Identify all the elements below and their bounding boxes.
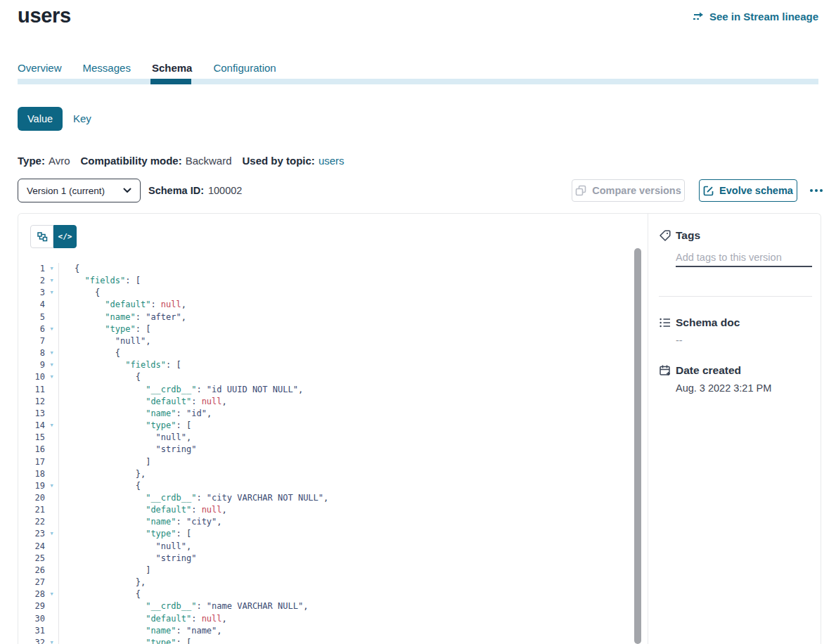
compare-versions-icon [575, 185, 586, 196]
line-number: 1 [18, 263, 45, 275]
compatibility-value: Backward [186, 155, 232, 167]
line-number: 30 [18, 613, 45, 625]
date-created-value: Aug. 3 2022 3:21 PM [676, 382, 771, 394]
type-value: Avro [49, 155, 70, 167]
line-number: 14 [18, 420, 45, 432]
schema-meta-row: Type: Avro Compatibility mode: Backward … [18, 155, 345, 167]
code-text: "default": null, [58, 299, 186, 311]
code-line: 23▼ "type": [ [18, 528, 647, 540]
code-line: 24 "null", [18, 541, 647, 553]
code-text: "string" [58, 444, 196, 456]
fold-toggle-icon[interactable]: ▼ [45, 359, 58, 371]
fold-toggle-icon[interactable]: ▼ [45, 528, 58, 540]
line-number: 31 [18, 625, 45, 637]
fold-toggle-icon[interactable]: ▼ [45, 480, 58, 492]
tab-overview[interactable]: Overview [18, 62, 62, 74]
evolve-schema-button[interactable]: Evolve schema [699, 179, 797, 202]
line-number: 4 [18, 299, 45, 311]
fold-toggle-icon[interactable]: ▼ [45, 287, 58, 299]
schema-doc-heading: Schema doc [676, 316, 740, 329]
compare-versions-button[interactable]: Compare versions [572, 179, 685, 202]
stream-lineage-icon [693, 11, 705, 22]
code-text: "null", [58, 432, 191, 444]
date-created-heading: Date created [676, 364, 741, 377]
line-number: 2 [18, 275, 45, 287]
code-text: { [58, 588, 141, 600]
code-text: "name": "id", [58, 408, 212, 420]
code-view-button[interactable]: </> [53, 225, 77, 248]
tags-heading: Tags [676, 229, 700, 242]
code-text: "type": [ [58, 637, 191, 644]
line-number: 12 [18, 396, 45, 408]
schema-id-label: Schema ID: [148, 185, 204, 196]
ellipsis-icon [810, 189, 813, 192]
fold-toggle-icon[interactable]: ▼ [45, 323, 58, 335]
code-text: "null", [58, 541, 191, 553]
schema-page: users See in Stream lineage Overview Mes… [0, 0, 836, 644]
key-toggle-button[interactable]: Key [73, 112, 91, 124]
tab-configuration[interactable]: Configuration [213, 62, 276, 74]
tab-bar: Overview Messages Schema Configuration [18, 62, 276, 74]
line-number: 21 [18, 504, 45, 516]
line-number: 17 [18, 456, 45, 468]
fold-toggle-icon[interactable]: ▼ [45, 637, 58, 644]
line-number: 19 [18, 480, 45, 492]
code-text: ] [58, 565, 150, 577]
fold-toggle-icon[interactable]: ▼ [45, 275, 58, 287]
line-number: 24 [18, 541, 45, 553]
code-text: }, [58, 468, 146, 480]
code-line: 26 ] [18, 565, 647, 577]
schema-doc-value: -- [676, 335, 683, 346]
line-number: 5 [18, 311, 45, 323]
code-text: ] [58, 456, 150, 468]
code-line: 3▼ { [18, 287, 647, 299]
fold-toggle-icon[interactable]: ▼ [45, 371, 58, 383]
code-scrollbar[interactable] [634, 248, 641, 644]
tree-view-button[interactable] [30, 225, 53, 248]
line-number: 9 [18, 359, 45, 371]
page-title: users [18, 4, 71, 27]
code-text: "null", [58, 335, 150, 347]
active-tab-indicator [150, 79, 191, 84]
code-text: }, [58, 577, 146, 588]
code-line: 13 "name": "id", [18, 408, 647, 420]
code-line: 15 "null", [18, 432, 647, 444]
code-text: "fields": [ [58, 275, 141, 287]
code-line: 8▼ { [18, 347, 647, 359]
code-text: "type": [ [58, 323, 150, 335]
tab-messages[interactable]: Messages [83, 62, 131, 74]
line-number: 15 [18, 432, 45, 444]
value-toggle-button[interactable]: Value [18, 107, 63, 131]
line-number: 16 [18, 444, 45, 456]
fold-toggle-icon[interactable]: ▼ [45, 588, 58, 600]
line-number: 7 [18, 335, 45, 347]
code-text: "name": "after", [58, 311, 186, 323]
schema-sidebar: Tags Schema doc -- Date created [648, 214, 821, 644]
line-number: 18 [18, 468, 45, 480]
topic-link[interactable]: users [319, 155, 345, 167]
code-text: "__crdb__": "city VARCHAR NOT NULL", [58, 492, 328, 504]
code-line: 10▼ { [18, 371, 647, 383]
code-text: { [58, 287, 100, 299]
code-text: "name": "name", [58, 625, 222, 637]
line-number: 25 [18, 553, 45, 565]
fold-toggle-icon[interactable]: ▼ [45, 347, 58, 359]
code-line: 2▼ "fields": [ [18, 275, 647, 287]
see-in-stream-lineage-link[interactable]: See in Stream lineage [693, 11, 818, 22]
tags-input[interactable] [676, 249, 812, 267]
version-select[interactable]: Version 1 (current) [18, 179, 141, 202]
line-number: 13 [18, 408, 45, 420]
fold-toggle-icon[interactable]: ▼ [45, 420, 58, 432]
line-number: 28 [18, 588, 45, 600]
code-text: { [58, 263, 79, 275]
code-text: "default": null, [58, 504, 227, 516]
code-line: 4 "default": null, [18, 299, 647, 311]
code-line: 11 "__crdb__": "id UUID NOT NULL", [18, 384, 647, 396]
fold-toggle-icon[interactable]: ▼ [45, 263, 58, 275]
compatibility-label: Compatibility mode: [80, 155, 181, 167]
chevron-down-icon [123, 188, 131, 193]
schema-doc-icon [659, 316, 671, 329]
tab-schema[interactable]: Schema [152, 62, 193, 74]
line-number: 10 [18, 371, 45, 383]
more-options-button[interactable] [806, 179, 827, 202]
